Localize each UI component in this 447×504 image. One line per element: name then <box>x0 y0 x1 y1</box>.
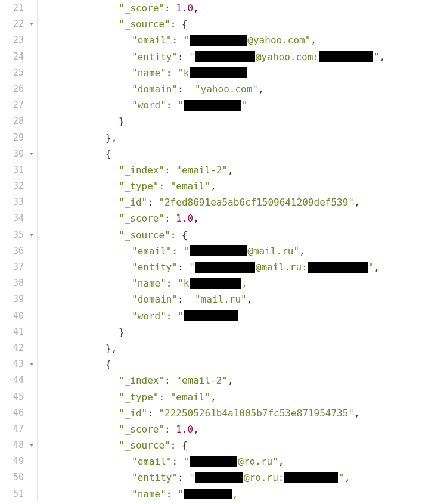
code-line[interactable]: 46"_id": "222505261b4a1005b7fc53e8719547… <box>0 405 447 421</box>
token-key: "_score" <box>119 0 164 16</box>
code-line[interactable]: 44"_index": "email-2", <box>0 372 447 388</box>
gutter-separator <box>37 227 38 243</box>
code-line[interactable]: 51"name": ", <box>0 486 447 502</box>
code-content[interactable]: "email": "@mail.ru", <box>40 243 305 259</box>
code-line[interactable]: 50"entity": "@ro.ru:", <box>0 469 447 486</box>
fold-toggle-icon[interactable]: ▾ <box>26 356 37 372</box>
token-punct: : <box>159 178 170 194</box>
code-content[interactable]: "_score": 1.0, <box>40 210 199 226</box>
code-content[interactable]: "entity": "@mail.ru:", <box>40 259 380 275</box>
code-content[interactable]: } <box>40 324 125 340</box>
code-line[interactable]: 36"email": "@mail.ru", <box>0 243 447 259</box>
redacted-text <box>190 278 241 289</box>
code-line[interactable]: 26"domain": "yahoo.com", <box>0 81 447 97</box>
token-string: " <box>184 32 190 48</box>
token-key: "_id" <box>119 194 147 210</box>
code-editor[interactable]: 21"_score": 1.0,22▾"_source": {23"email"… <box>0 0 447 502</box>
gutter-separator <box>37 243 38 259</box>
code-line[interactable]: 38"name": "k, <box>0 275 447 291</box>
code-line[interactable]: 25"name": "k <box>0 65 447 81</box>
code-content[interactable]: "name": "k, <box>40 275 247 291</box>
code-content[interactable]: "entity": "@yahoo.com:", <box>40 49 385 65</box>
code-content[interactable]: "_source": { <box>40 16 188 32</box>
code-content[interactable]: "_source": { <box>40 227 188 243</box>
token-punct: , <box>354 194 360 210</box>
code-line[interactable]: 23"email": "@yahoo.com", <box>0 32 447 48</box>
token-num: 1.0 <box>176 0 193 16</box>
redacted-text <box>195 51 255 62</box>
code-content[interactable]: }, <box>40 340 117 356</box>
token-punct: : <box>164 421 176 437</box>
token-string: " <box>178 486 184 502</box>
token-string: , <box>232 486 238 502</box>
code-line[interactable]: 34"_score": 1.0, <box>0 210 447 226</box>
code-content[interactable]: "_index": "email-2", <box>40 372 234 388</box>
code-content[interactable]: "email": "@yahoo.com", <box>40 32 316 48</box>
line-number: 22 <box>0 16 26 32</box>
code-content[interactable]: "name": ", <box>40 486 238 502</box>
code-line[interactable]: 31"_index": "email-2", <box>0 162 447 178</box>
code-content[interactable]: "word": " <box>40 308 238 324</box>
fold-toggle-icon[interactable]: ▾ <box>26 227 37 243</box>
code-content[interactable]: "email": "@ro.ru", <box>40 453 284 469</box>
token-string: "yahoo.com" <box>195 81 258 97</box>
code-line[interactable]: 30▾{ <box>0 146 447 162</box>
fold-toggle-icon[interactable]: ▾ <box>26 16 37 32</box>
code-line[interactable]: 43▾{ <box>0 356 447 372</box>
code-line[interactable]: 29}, <box>0 130 447 146</box>
gutter-separator <box>37 340 38 356</box>
token-punct: , <box>228 372 234 388</box>
code-line[interactable]: 28} <box>0 113 447 129</box>
code-line[interactable]: 42}, <box>0 340 447 356</box>
code-content[interactable]: "domain": "mail.ru", <box>40 291 252 307</box>
code-line[interactable]: 45"_type": "email", <box>0 389 447 405</box>
line-number: 26 <box>0 81 26 97</box>
code-line[interactable]: 32"_type": "email", <box>0 178 447 194</box>
token-string: " <box>189 259 195 275</box>
token-punct: : <box>166 97 178 113</box>
token-punct: , <box>193 0 199 16</box>
token-string: " <box>189 469 195 486</box>
code-line[interactable]: 37"entity": "@mail.ru:", <box>0 259 447 275</box>
code-line[interactable]: 21"_score": 1.0, <box>0 0 447 16</box>
code-content[interactable]: "_score": 1.0, <box>40 421 199 437</box>
token-string: "k <box>178 275 189 291</box>
code-line[interactable]: 33"_id": "2fed8691ea5ab6cf1509641209def5… <box>0 194 447 210</box>
code-line[interactable]: 27"word": "" <box>0 97 447 113</box>
code-line[interactable]: 22▾"_source": { <box>0 16 447 32</box>
code-content[interactable]: "_id": "2fed8691ea5ab6cf1509641209def539… <box>40 194 360 210</box>
token-punct: , <box>258 81 264 97</box>
code-line[interactable]: 47"_score": 1.0, <box>0 421 447 437</box>
redacted-text <box>195 262 255 273</box>
code-line[interactable]: 41} <box>0 324 447 340</box>
code-content[interactable]: "word": "" <box>40 97 247 113</box>
token-key: "word" <box>132 308 166 324</box>
redacted-text <box>184 100 241 111</box>
code-content[interactable]: "_source": { <box>40 437 188 453</box>
code-content[interactable]: { <box>40 146 111 162</box>
code-line[interactable]: 49"email": "@ro.ru", <box>0 453 447 469</box>
code-line[interactable]: 24"entity": "@yahoo.com:", <box>0 49 447 65</box>
code-content[interactable]: } <box>40 113 125 129</box>
code-content[interactable]: "name": "k <box>40 65 247 81</box>
token-punct: , <box>210 389 216 405</box>
token-brace: { <box>182 227 188 243</box>
code-content[interactable]: "_type": "email", <box>40 389 216 405</box>
code-content[interactable]: { <box>40 356 111 372</box>
code-line[interactable]: 40"word": " <box>0 308 447 324</box>
code-content[interactable]: }, <box>40 130 117 146</box>
token-punct: : <box>166 275 178 291</box>
code-content[interactable]: "_type": "email", <box>40 178 216 194</box>
fold-toggle-icon[interactable]: ▾ <box>26 437 37 453</box>
code-content[interactable]: "_id": "222505261b4a1005b7fc53e871954735… <box>40 405 360 421</box>
gutter-separator <box>37 49 38 65</box>
code-content[interactable]: "domain": "yahoo.com", <box>40 81 264 97</box>
code-line[interactable]: 48▾"_source": { <box>0 437 447 453</box>
fold-toggle-icon[interactable]: ▾ <box>26 146 37 162</box>
code-line[interactable]: 35▾"_source": { <box>0 227 447 243</box>
token-string: "2fed8691ea5ab6cf1509641209def539" <box>159 194 354 210</box>
code-line[interactable]: 39"domain": "mail.ru", <box>0 291 447 307</box>
code-content[interactable]: "_score": 1.0, <box>40 0 199 16</box>
code-content[interactable]: "entity": "@ro.ru:", <box>40 469 350 486</box>
code-content[interactable]: "_index": "email-2", <box>40 162 234 178</box>
